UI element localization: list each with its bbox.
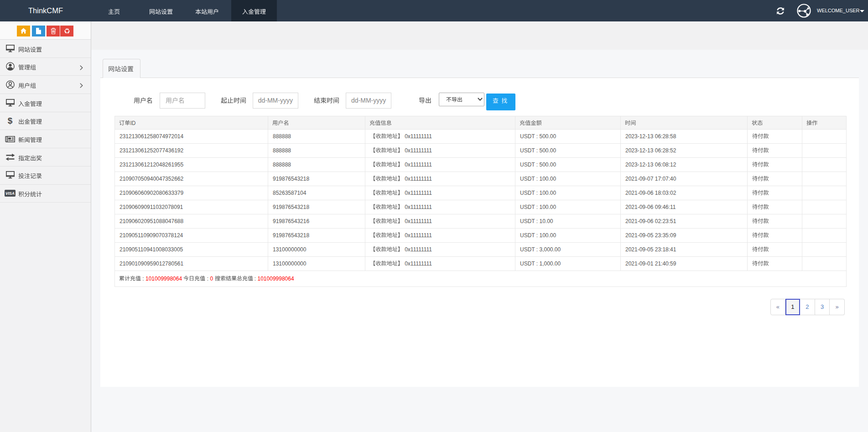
svg-text:VISA: VISA xyxy=(5,191,15,196)
